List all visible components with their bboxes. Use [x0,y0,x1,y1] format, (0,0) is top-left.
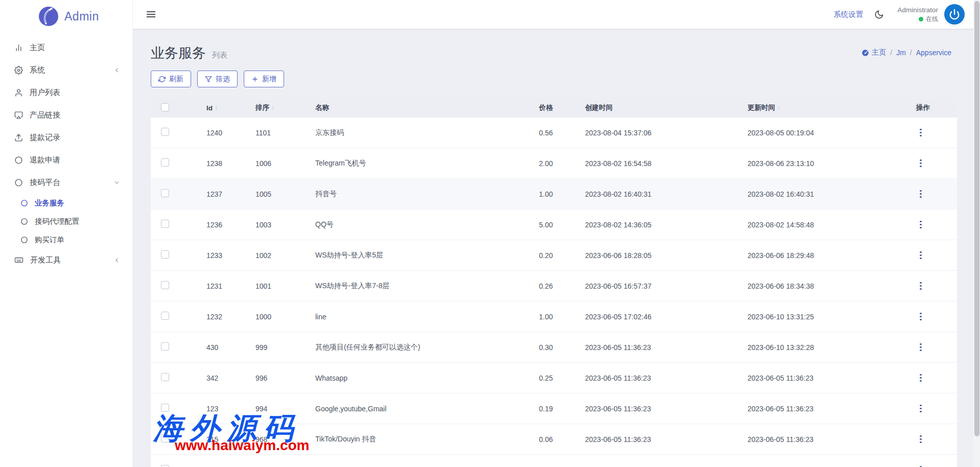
online-status-dot [919,17,923,21]
cell-action [913,220,957,230]
cell-sort: 999 [255,343,315,352]
sidebar-item-refund-requests[interactable]: 退款申请 [0,149,132,171]
row-checkbox[interactable] [161,189,169,197]
cell-updated: 2023-08-06 23:13:10 [748,159,913,168]
cell-created: 2023-08-04 15:37:06 [553,129,748,137]
row-select-cell [151,158,206,168]
sidebar-item-dev-tools[interactable]: 开发工具 [0,249,132,271]
breadcrumb-home[interactable]: 主页 [861,48,886,57]
cell-price: 1.00 [507,313,553,321]
row-actions-kebab-icon[interactable] [916,465,925,467]
sidebar-item-product-links[interactable]: 产品链接 [0,104,132,126]
scrollbar-thumb[interactable] [974,1,979,436]
cell-price: 0.26 [507,282,553,290]
column-header-id[interactable]: Id↑ [206,104,255,112]
data-table: Id↑ 排序↑ 名称 价格 创建时间 更新时间↑ 操作 12401101京东接码… [151,98,957,467]
cell-sort: 1001 [255,282,315,290]
hamburger-menu-icon[interactable] [147,11,155,17]
row-actions-kebab-icon[interactable] [916,434,925,445]
row-actions-kebab-icon[interactable] [916,373,925,383]
cell-sort: 994 [255,405,315,413]
cell-price: 0.06 [507,435,553,443]
avatar[interactable] [944,4,965,25]
cell-updated: 2023-06-10 13:31:25 [748,313,913,321]
row-checkbox[interactable] [161,373,169,381]
sidebar-item-sms-platform[interactable]: 接码平台 [0,171,132,194]
row-actions-kebab-icon[interactable] [916,404,925,414]
sidebar-item-withdraw-records[interactable]: 提款记录 [0,126,132,149]
sidebar-submenu: 业务服务 接码代理配置 购买订单 [0,194,132,249]
table-body: 12401101京东接码0.562023-08-04 15:37:062023-… [151,118,957,467]
system-settings-link[interactable]: 系统设置 [833,10,863,19]
row-checkbox[interactable] [161,404,169,412]
row-checkbox[interactable] [161,342,169,351]
row-select-cell [151,250,206,260]
filter-button[interactable]: 筛选 [197,71,238,87]
table-row: 12361003QQ号5.002023-08-02 14:36:052023-0… [151,209,957,240]
row-checkbox[interactable] [161,434,169,442]
row-actions-kebab-icon[interactable] [916,158,925,169]
row-actions-kebab-icon[interactable] [916,250,925,261]
row-checkbox[interactable] [161,158,169,167]
cell-action [913,312,957,322]
power-icon [949,9,960,20]
column-header-name[interactable]: 名称 [315,103,507,112]
row-checkbox[interactable] [161,220,169,228]
row-checkbox[interactable] [161,312,169,320]
sidebar-item-label: 退款申请 [30,155,120,165]
table-row: 12401101京东接码0.562023-08-04 15:37:062023-… [151,118,957,148]
cell-name: line [315,313,507,321]
sidebar-item-home[interactable]: 主页 [0,36,132,59]
cell-id: 1231 [206,282,255,290]
row-checkbox[interactable] [161,281,169,289]
cell-created: 2023-06-06 18:28:05 [553,251,748,260]
column-header-price[interactable]: 价格 [507,103,553,112]
cell-action [913,434,957,445]
cell-updated: 2023-08-05 00:19:04 [748,129,913,137]
sidebar-item-system[interactable]: 系统 [0,59,132,81]
sidebar-item-users[interactable]: 用户列表 [0,81,132,104]
sort-arrow-icon: ↑ [215,104,218,112]
brand-logo[interactable]: Admin [0,0,132,33]
column-header-action: 操作 [913,103,957,112]
row-select-cell [151,189,206,199]
row-checkbox[interactable] [161,250,169,259]
table-row: 123994Google,youtube,Gmail0.192023-06-05… [151,393,957,424]
row-actions-kebab-icon[interactable] [916,220,925,230]
main-content: 主页 / Jm / Appservice 业务服务 列表 刷新 筛选 新增 Id… [133,29,980,467]
row-actions-kebab-icon[interactable] [916,189,925,199]
row-actions-kebab-icon[interactable] [916,342,925,353]
sidebar-item-sms-agent-config[interactable]: 接码代理配置 [0,212,132,230]
breadcrumb-jm[interactable]: Jm [896,49,906,57]
sidebar-item-label: 系统 [30,65,113,75]
table-row: 12381006Telegram飞机号2.002023-08-02 16:54:… [151,148,957,179]
select-all-checkbox[interactable] [161,103,169,111]
cell-action [913,373,957,383]
row-checkbox[interactable] [161,128,169,136]
breadcrumb-separator: / [910,49,912,57]
column-header-created[interactable]: 创建时间 [553,103,748,112]
cell-updated: 2023-06-05 11:36:23 [748,405,913,413]
scrollbar-track[interactable] [973,0,980,467]
column-header-updated[interactable]: 更新时间↑ [748,103,913,112]
gauge-icon [861,49,869,57]
row-select-cell [151,342,206,352]
plus-icon [251,76,259,83]
cell-id: 315 [206,435,255,443]
select-all-cell [151,103,206,113]
column-header-sort[interactable]: 排序↑ [255,103,315,112]
dark-mode-moon-icon[interactable] [874,10,884,19]
row-actions-kebab-icon[interactable] [916,281,925,291]
sidebar-item-purchase-orders[interactable]: 购买订单 [0,230,132,249]
add-button[interactable]: 新增 [244,71,284,87]
row-checkbox[interactable] [161,465,169,467]
circle-icon [20,218,28,225]
cell-price: 2.00 [507,159,553,168]
row-actions-kebab-icon[interactable] [916,312,925,322]
refresh-button[interactable]: 刷新 [151,71,191,87]
cell-sort: 1005 [255,190,315,198]
cell-sort: 1006 [255,159,315,168]
user-info: Administrator 在线 [897,6,938,23]
sidebar-item-business-services[interactable]: 业务服务 [0,194,132,212]
row-actions-kebab-icon[interactable] [916,128,925,138]
